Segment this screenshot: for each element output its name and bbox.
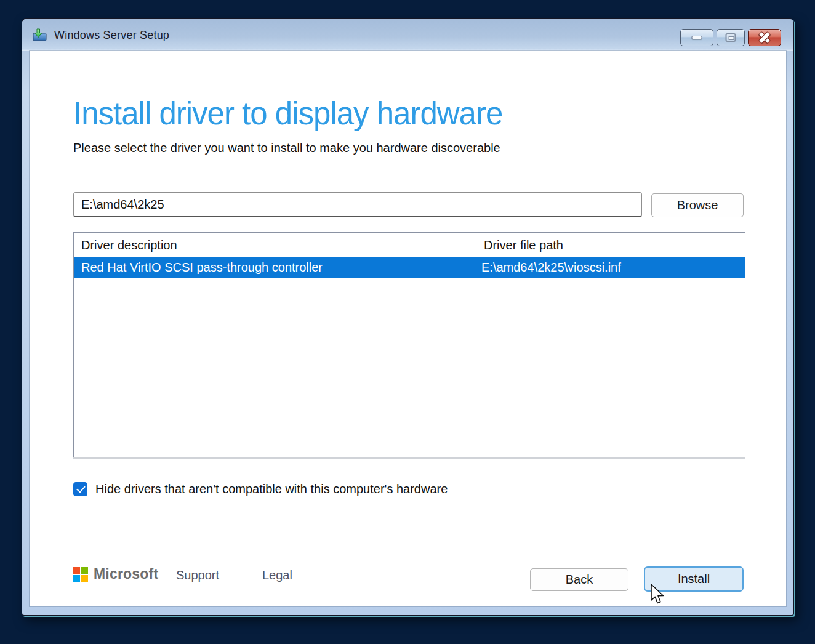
desktop: { "window": { "title": "Windows Server S… — [0, 0, 815, 644]
microsoft-logo-icon — [73, 567, 88, 582]
page-title: Install driver to display hardware — [73, 95, 502, 132]
setup-window: Windows Server Setup Install driver to d… — [22, 18, 794, 616]
browse-button[interactable]: Browse — [651, 193, 744, 217]
mouse-cursor — [650, 584, 666, 607]
column-header-description[interactable]: Driver description — [74, 233, 476, 257]
column-header-file-path[interactable]: Driver file path — [476, 233, 745, 257]
close-icon — [759, 32, 770, 43]
driver-table[interactable]: Driver description Driver file path Red … — [73, 232, 745, 457]
driver-description-cell: Red Hat VirtIO SCSI pass-through control… — [74, 260, 476, 275]
driver-install-icon — [32, 28, 48, 42]
minimize-button[interactable] — [680, 29, 713, 46]
support-link[interactable]: Support — [176, 568, 219, 582]
window-controls — [680, 29, 781, 46]
minimize-icon — [692, 36, 702, 39]
maximize-icon — [726, 33, 736, 42]
driver-file-path-cell: E:\amd64\2k25\vioscsi.inf — [476, 260, 745, 275]
maximize-button[interactable] — [717, 29, 745, 46]
legal-link[interactable]: Legal — [262, 568, 292, 582]
microsoft-wordmark: Microsoft — [94, 566, 158, 582]
driver-row-selected[interactable]: Red Hat VirtIO SCSI pass-through control… — [74, 257, 745, 278]
title-bar[interactable]: Windows Server Setup — [22, 19, 793, 51]
microsoft-logo: Microsoft — [73, 566, 158, 582]
back-button[interactable]: Back — [530, 568, 628, 591]
close-button[interactable] — [748, 29, 781, 46]
hide-incompatible-checkbox[interactable]: Hide drivers that aren't compatible with… — [73, 482, 448, 496]
driver-path-input[interactable] — [73, 192, 642, 217]
window-title: Windows Server Setup — [54, 29, 169, 42]
checkbox-checked-icon[interactable] — [73, 482, 87, 496]
page-subtitle: Please select the driver you want to ins… — [73, 141, 500, 155]
driver-table-header: Driver description Driver file path — [74, 233, 745, 257]
client-area: Install driver to display hardware Pleas… — [30, 51, 786, 606]
checkbox-label: Hide drivers that aren't compatible with… — [95, 482, 448, 496]
